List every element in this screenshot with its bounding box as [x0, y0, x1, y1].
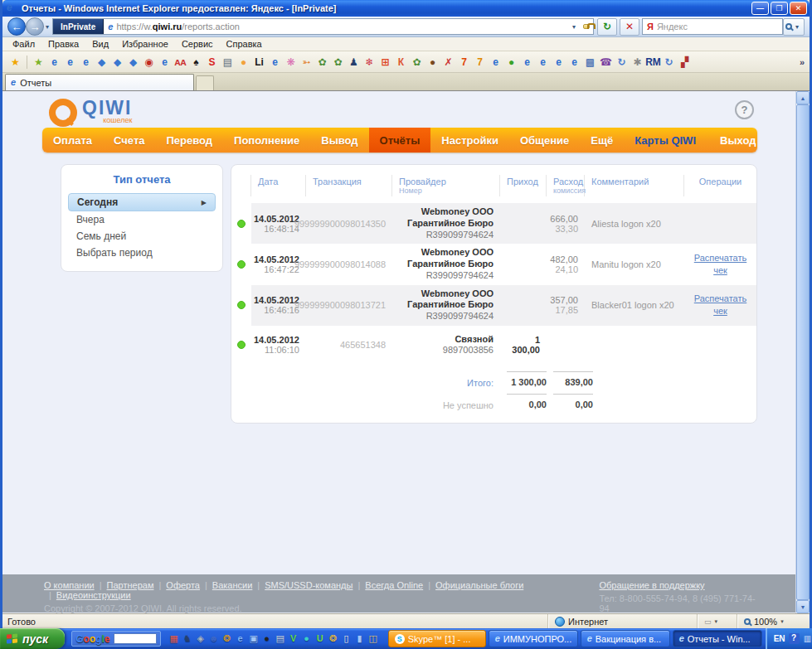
menu-item[interactable]: Справка: [220, 38, 269, 50]
quick-launch-icon[interactable]: ▣: [247, 634, 260, 643]
zoom-dropdown-icon[interactable]: ▾: [780, 618, 784, 625]
footer-link[interactable]: Официальные блоги: [423, 580, 523, 590]
favorite-site-icon[interactable]: e: [551, 57, 566, 67]
search-box[interactable]: Я Яндекс: [642, 18, 783, 35]
favorite-site-icon[interactable]: ◆: [125, 57, 141, 67]
title-bar[interactable]: e Отчеты - Windows Internet Explorer пре…: [2, 0, 810, 17]
scroll-up-icon[interactable]: ▲: [796, 91, 810, 104]
google-deskband[interactable]: Google: [71, 631, 160, 647]
favorite-site-icon[interactable]: ❄: [362, 57, 377, 67]
quick-launch-icon[interactable]: ▯: [340, 634, 353, 643]
footer-link[interactable]: SMS/USSD-команды: [252, 580, 353, 590]
new-tab-button[interactable]: [196, 75, 214, 90]
quick-launch-icon[interactable]: ▤: [274, 634, 287, 643]
nav-karty-qiwi[interactable]: Карты QIWI: [624, 128, 707, 153]
menu-item[interactable]: Избранное: [115, 38, 175, 50]
footer-link[interactable]: О компании: [44, 580, 95, 590]
more-favorites-icon[interactable]: »: [800, 57, 805, 67]
favorite-site-icon[interactable]: e: [488, 57, 503, 67]
favorite-site-icon[interactable]: e: [157, 57, 173, 67]
support-link[interactable]: Обращение в поддержку: [599, 580, 762, 590]
favorite-site-icon[interactable]: ●: [236, 57, 251, 67]
qiwi-logo[interactable]: QIWI кошелек: [49, 99, 132, 127]
language-indicator[interactable]: EN: [774, 634, 785, 643]
favorite-site-icon[interactable]: e: [519, 57, 535, 67]
taskbar-window-reports[interactable]: eОтчеты - Win...: [673, 630, 762, 647]
favorite-site-icon[interactable]: ●: [425, 57, 440, 67]
favorite-site-icon[interactable]: ☎: [598, 57, 614, 67]
favorite-site-icon[interactable]: e: [78, 57, 94, 67]
scroll-down-icon[interactable]: ▼: [796, 600, 810, 613]
quick-launch-icon[interactable]: ◈: [194, 634, 207, 643]
tab-reports[interactable]: e Отчеты: [5, 74, 194, 90]
favorite-site-icon[interactable]: RM: [645, 57, 661, 67]
favorite-site-icon[interactable]: 7: [472, 57, 488, 67]
quick-launch-icon[interactable]: ▦: [168, 634, 181, 643]
taskbar-window-skype[interactable]: SSkype™ [1] - ...: [388, 630, 486, 647]
print-receipt-link[interactable]: Распечатать чек: [691, 252, 750, 277]
sidebar-item-today[interactable]: Сегодня▶: [68, 193, 216, 211]
history-dropdown-icon[interactable]: ▾: [46, 23, 49, 31]
scrollbar-thumb[interactable]: [796, 104, 810, 600]
dropdown-icon[interactable]: ▾: [715, 618, 718, 625]
tray-icon[interactable]: ?: [789, 633, 800, 644]
nav-vyvod[interactable]: Вывод: [310, 128, 368, 153]
favorite-site-icon[interactable]: ✿: [409, 57, 425, 67]
nav-popolnenie[interactable]: Пополнение: [223, 128, 310, 153]
vertical-scrollbar[interactable]: ▲ ▼: [795, 91, 810, 613]
favorite-site-icon[interactable]: ●: [503, 57, 519, 67]
quick-launch-icon[interactable]: e: [234, 634, 247, 643]
favorite-site-icon[interactable]: S: [204, 57, 220, 67]
favorite-site-icon[interactable]: Li: [251, 57, 267, 67]
favorite-site-icon[interactable]: ♟: [346, 57, 362, 67]
sidebar-item-choose-period[interactable]: Выбрать период: [68, 245, 216, 261]
favorite-site-icon[interactable]: e: [535, 57, 551, 67]
favorite-site-icon[interactable]: ↻: [661, 57, 677, 67]
favorite-site-icon[interactable]: ♠: [188, 57, 204, 67]
start-button[interactable]: пуск: [0, 628, 65, 649]
footer-link[interactable]: Видеоинструкции: [44, 590, 131, 600]
forward-button[interactable]: →: [26, 17, 44, 36]
quick-launch-icon[interactable]: ❂: [221, 634, 234, 643]
favorite-site-icon[interactable]: ★: [31, 57, 46, 67]
favorite-site-icon[interactable]: ◆: [109, 57, 125, 67]
nav-obshchenie[interactable]: Общение: [509, 128, 580, 153]
favorite-site-icon[interactable]: e: [566, 57, 582, 67]
refresh-button[interactable]: ↻: [597, 18, 617, 36]
zoom-control[interactable]: 100% ▾: [737, 614, 810, 628]
favorite-site-icon[interactable]: ⊞: [377, 57, 393, 67]
tray-icon[interactable]: ▥: [802, 634, 812, 644]
back-button[interactable]: ←: [7, 17, 26, 36]
favorite-site-icon[interactable]: e: [267, 57, 283, 67]
google-search-input[interactable]: [114, 633, 157, 644]
minimize-button[interactable]: —: [751, 2, 769, 15]
favorite-site-icon[interactable]: ◆: [94, 57, 109, 67]
menu-item[interactable]: Вид: [85, 38, 115, 50]
footer-link[interactable]: Оферта: [153, 580, 200, 590]
search-dropdown-icon[interactable]: ▾: [795, 23, 799, 31]
quick-launch-icon[interactable]: ◫: [367, 634, 380, 643]
favorite-site-icon[interactable]: ◉: [141, 57, 157, 67]
nav-perevod[interactable]: Перевод: [155, 128, 223, 153]
search-go-button[interactable]: ▾: [783, 18, 805, 36]
logout-button[interactable]: Выход✕: [707, 128, 757, 153]
quick-launch-icon[interactable]: U: [314, 634, 327, 643]
menu-item[interactable]: Сервис: [175, 38, 220, 50]
security-lock-button[interactable]: [583, 24, 590, 29]
sidebar-item-yesterday[interactable]: Вчера: [68, 211, 216, 228]
favorite-site-icon[interactable]: ➳: [299, 57, 314, 67]
favorite-site-icon[interactable]: ▞: [677, 57, 693, 67]
search-input[interactable]: Яндекс: [657, 22, 778, 31]
favorite-site-icon[interactable]: ↻: [614, 57, 630, 67]
favorite-site-icon[interactable]: e: [62, 57, 78, 67]
footer-link[interactable]: Всегда Online: [353, 580, 423, 590]
footer-link[interactable]: Партнерам: [95, 580, 154, 590]
quick-launch-icon[interactable]: ●: [300, 634, 314, 643]
quick-launch-icon[interactable]: V: [287, 634, 300, 643]
close-button[interactable]: ✕: [790, 2, 807, 15]
url-dropdown-icon[interactable]: ▾: [572, 23, 576, 31]
favorite-site-icon[interactable]: К: [393, 57, 409, 67]
favorite-site-icon[interactable]: e: [46, 57, 62, 67]
stop-button[interactable]: ✕: [620, 18, 639, 36]
favorite-site-icon[interactable]: ✱: [630, 57, 645, 67]
